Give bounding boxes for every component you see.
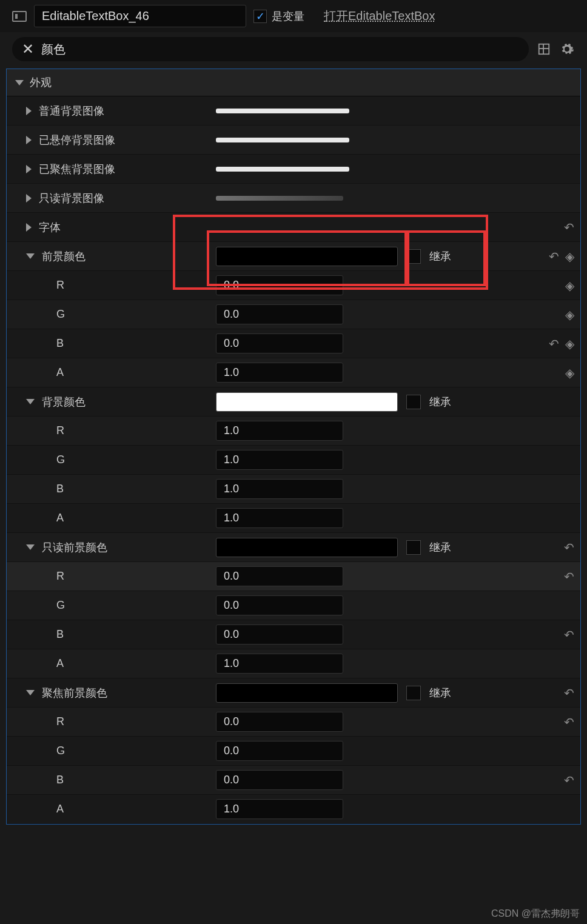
- reset-icon[interactable]: ↶: [564, 540, 574, 555]
- inherit-label: 继承: [429, 540, 451, 555]
- label-b: B: [56, 337, 64, 350]
- reset-icon[interactable]: ↶: [549, 336, 559, 351]
- fc-g-input[interactable]: [216, 741, 343, 761]
- fg-g-input[interactable]: [216, 304, 343, 324]
- prop-hover-bg: 已悬停背景图像: [39, 133, 115, 147]
- keyframe-icon[interactable]: ◈: [565, 336, 574, 351]
- prop-bg-color: 背景颜色: [42, 395, 86, 409]
- chevron-right-icon[interactable]: [26, 165, 32, 173]
- search-text: 颜色: [41, 41, 519, 58]
- label-r: R: [56, 715, 64, 728]
- inherit-label: 继承: [429, 249, 451, 264]
- prop-readonly-bg: 只读背景图像: [39, 191, 104, 206]
- fg-r-input[interactable]: [216, 275, 343, 295]
- label-b: B: [56, 774, 64, 786]
- keyframe-icon[interactable]: ◈: [565, 366, 574, 380]
- color-swatch[interactable]: [216, 683, 398, 703]
- fg-b-input[interactable]: [216, 333, 343, 353]
- label-a: A: [56, 803, 64, 815]
- chevron-right-icon[interactable]: [26, 107, 32, 115]
- label-a: A: [56, 512, 64, 524]
- chevron-down-icon: [15, 80, 24, 85]
- brush-preview[interactable]: [216, 167, 349, 172]
- widget-icon: [12, 11, 27, 22]
- fg-a-input[interactable]: [216, 363, 343, 383]
- keyframe-icon[interactable]: ◈: [565, 249, 574, 264]
- ro-b-input[interactable]: [216, 624, 343, 644]
- keyframe-icon[interactable]: ◈: [565, 278, 574, 293]
- bg-g-input[interactable]: [216, 450, 343, 470]
- brush-preview[interactable]: [216, 138, 349, 142]
- inherit-checkbox[interactable]: [406, 540, 421, 555]
- prop-focus-bg: 已聚焦背景图像: [39, 162, 115, 176]
- chevron-down-icon[interactable]: [26, 399, 35, 404]
- label-g: G: [56, 308, 65, 321]
- chevron-down-icon[interactable]: [26, 544, 35, 550]
- color-swatch[interactable]: [216, 392, 398, 412]
- label-a: A: [56, 366, 64, 379]
- label-b: B: [56, 483, 64, 495]
- label-g: G: [56, 454, 65, 466]
- chevron-down-icon[interactable]: [26, 690, 35, 695]
- label-r: R: [56, 424, 64, 437]
- category-appearance[interactable]: 外观: [7, 69, 580, 96]
- ro-r-input[interactable]: [216, 566, 343, 586]
- prop-normal-bg: 普通背景图像: [39, 104, 104, 118]
- reset-icon[interactable]: ↶: [549, 249, 559, 264]
- brush-preview[interactable]: [216, 196, 343, 201]
- label-a: A: [56, 657, 64, 670]
- chevron-right-icon[interactable]: [26, 223, 32, 232]
- bg-r-input[interactable]: [216, 421, 343, 441]
- label-g: G: [56, 599, 65, 612]
- ro-g-input[interactable]: [216, 595, 343, 615]
- label-r: R: [56, 570, 64, 583]
- reset-icon[interactable]: ↶: [564, 628, 574, 642]
- color-swatch[interactable]: [216, 538, 398, 557]
- chevron-right-icon[interactable]: [26, 194, 32, 203]
- reset-icon[interactable]: ↶: [564, 686, 574, 700]
- reset-icon[interactable]: ↶: [564, 220, 574, 235]
- keyframe-icon[interactable]: ◈: [565, 307, 574, 322]
- prop-ro-fg-color: 只读前景颜色: [42, 540, 107, 555]
- widget-name-input[interactable]: [34, 5, 246, 27]
- is-variable-checkbox[interactable]: ✓: [253, 10, 267, 23]
- label-r: R: [56, 279, 64, 292]
- chevron-down-icon[interactable]: [26, 253, 35, 259]
- fc-a-input[interactable]: [216, 799, 343, 819]
- fc-r-input[interactable]: [216, 712, 343, 732]
- bg-a-input[interactable]: [216, 508, 343, 528]
- color-swatch[interactable]: [216, 247, 398, 266]
- prop-focus-fg-color: 聚焦前景颜色: [42, 686, 107, 700]
- grid-icon[interactable]: [536, 41, 552, 57]
- brush-preview[interactable]: [216, 109, 349, 113]
- inherit-label: 继承: [429, 395, 451, 409]
- reset-icon[interactable]: ↶: [564, 715, 574, 729]
- inherit-checkbox[interactable]: [406, 395, 421, 409]
- chevron-right-icon[interactable]: [26, 136, 32, 144]
- clear-search-icon[interactable]: ✕: [22, 41, 34, 58]
- inherit-checkbox[interactable]: [406, 249, 421, 264]
- category-label: 外观: [30, 75, 52, 90]
- open-class-link[interactable]: 打开EditableTextBox: [324, 8, 435, 24]
- reset-icon[interactable]: ↶: [564, 773, 574, 788]
- reset-icon[interactable]: ↶: [564, 569, 574, 584]
- label-g: G: [56, 745, 65, 757]
- fc-b-input[interactable]: [216, 770, 343, 790]
- search-input[interactable]: ✕ 颜色: [12, 37, 529, 61]
- prop-fg-color: 前景颜色: [42, 249, 86, 264]
- is-variable-label: 是变量: [272, 9, 304, 24]
- prop-font: 字体: [39, 220, 61, 235]
- inherit-checkbox[interactable]: [406, 686, 421, 700]
- bg-b-input[interactable]: [216, 479, 343, 499]
- label-b: B: [56, 628, 64, 641]
- ro-a-input[interactable]: [216, 654, 343, 674]
- inherit-label: 继承: [429, 686, 451, 700]
- gear-icon[interactable]: [559, 41, 575, 57]
